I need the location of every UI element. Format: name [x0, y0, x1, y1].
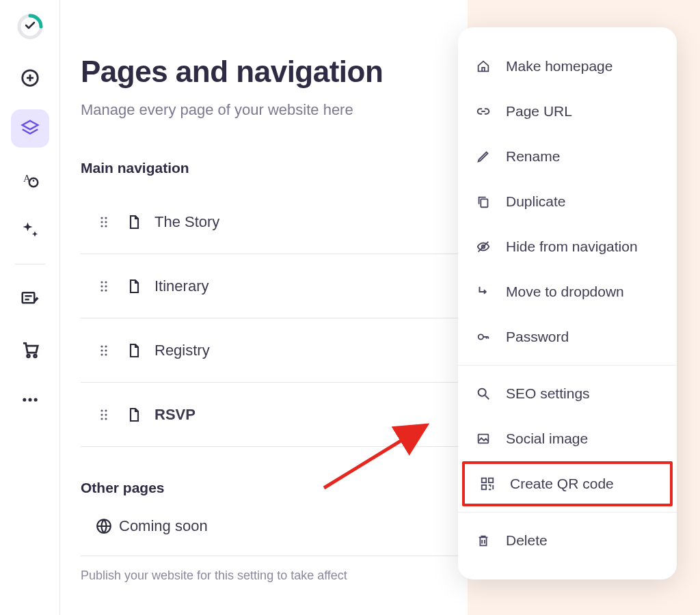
svg-point-20	[105, 225, 107, 227]
menu-label: Create QR code	[510, 476, 614, 492]
svg-point-15	[100, 217, 103, 219]
image-icon	[474, 431, 492, 446]
svg-point-22	[100, 281, 103, 283]
drag-handle-icon[interactable]	[94, 408, 113, 422]
svg-rect-50	[479, 435, 489, 443]
svg-point-31	[100, 349, 103, 351]
add-button[interactable]	[11, 59, 49, 97]
edit-button[interactable]	[11, 279, 49, 318]
svg-point-12	[33, 398, 37, 401]
page-context-menu: Make homepage Page URL Rename Duplicate …	[458, 27, 677, 579]
svg-point-41	[105, 418, 107, 420]
svg-point-39	[105, 413, 107, 415]
svg-point-33	[100, 353, 103, 355]
menu-duplicate[interactable]: Duplicate	[458, 179, 677, 224]
more-button[interactable]	[11, 381, 49, 419]
svg-point-11	[28, 398, 31, 401]
svg-rect-51	[482, 478, 486, 482]
svg-point-26	[100, 289, 103, 291]
svg-point-25	[105, 285, 107, 287]
page-icon	[113, 342, 154, 359]
menu-label: Social image	[506, 430, 588, 447]
link-icon	[474, 104, 492, 119]
svg-point-30	[105, 345, 107, 347]
svg-line-49	[485, 396, 489, 400]
svg-point-32	[105, 349, 107, 351]
menu-label: Duplicate	[506, 193, 566, 210]
menu-hide[interactable]: Hide from navigation	[458, 224, 677, 269]
home-icon	[474, 59, 492, 74]
menu-label: Delete	[506, 532, 548, 549]
svg-point-18	[105, 221, 107, 223]
rail-divider	[15, 264, 45, 264]
menu-separator	[458, 365, 677, 366]
menu-label: Hide from navigation	[506, 238, 638, 255]
menu-social-image[interactable]: Social image	[458, 416, 677, 461]
svg-point-8	[27, 355, 29, 357]
menu-label: Move to dropdown	[506, 284, 624, 300]
menu-page-url[interactable]: Page URL	[458, 89, 677, 134]
svg-point-9	[33, 355, 36, 357]
pencil-icon	[474, 149, 492, 164]
page-icon	[113, 278, 154, 295]
svg-point-19	[100, 225, 103, 227]
menu-make-homepage[interactable]: Make homepage	[458, 44, 677, 89]
pages-button[interactable]	[11, 109, 49, 148]
menu-label: Make homepage	[506, 58, 612, 74]
drag-handle-icon[interactable]	[94, 344, 113, 357]
menu-delete[interactable]: Delete	[458, 518, 677, 563]
side-rail: A	[0, 0, 60, 615]
drag-handle-icon[interactable]	[94, 215, 113, 229]
svg-point-47	[479, 334, 483, 339]
menu-password[interactable]: Password	[458, 314, 677, 359]
svg-point-29	[100, 345, 103, 347]
menu-seo[interactable]: SEO settings	[458, 371, 677, 416]
svg-point-37	[105, 409, 107, 411]
menu-create-qr[interactable]: Create QR code	[462, 461, 673, 506]
key-icon	[474, 329, 492, 344]
svg-point-38	[100, 413, 103, 415]
svg-point-10	[23, 398, 26, 401]
ai-button[interactable]	[11, 210, 49, 249]
svg-point-24	[100, 285, 103, 287]
svg-point-16	[105, 217, 107, 219]
menu-rename[interactable]: Rename	[458, 134, 677, 179]
svg-rect-7	[22, 292, 34, 303]
page-icon	[113, 214, 154, 230]
svg-point-36	[100, 409, 103, 411]
globe-icon	[89, 517, 119, 535]
svg-rect-53	[482, 485, 486, 489]
menu-move-dropdown[interactable]: Move to dropdown	[458, 269, 677, 314]
svg-point-17	[100, 221, 103, 223]
svg-point-48	[479, 389, 486, 396]
indent-icon	[474, 284, 492, 299]
svg-point-34	[105, 353, 107, 355]
app-logo	[16, 12, 44, 41]
svg-point-27	[105, 289, 107, 291]
page-icon	[113, 407, 154, 423]
svg-point-40	[100, 418, 103, 420]
menu-label: Password	[506, 329, 569, 345]
svg-rect-44	[481, 199, 487, 207]
menu-label: SEO settings	[506, 385, 590, 402]
menu-separator	[458, 512, 677, 512]
eye-off-icon	[474, 239, 492, 254]
search-icon	[474, 386, 492, 401]
svg-point-6	[32, 180, 34, 182]
cart-button[interactable]	[11, 330, 49, 368]
menu-label: Rename	[506, 148, 560, 165]
qr-icon	[479, 476, 496, 491]
svg-rect-52	[489, 478, 493, 482]
design-button[interactable]: A	[11, 160, 49, 198]
copy-icon	[474, 194, 492, 209]
menu-label: Page URL	[506, 103, 572, 120]
svg-point-23	[105, 281, 107, 283]
trash-icon	[474, 533, 492, 548]
drag-handle-icon[interactable]	[94, 279, 113, 293]
